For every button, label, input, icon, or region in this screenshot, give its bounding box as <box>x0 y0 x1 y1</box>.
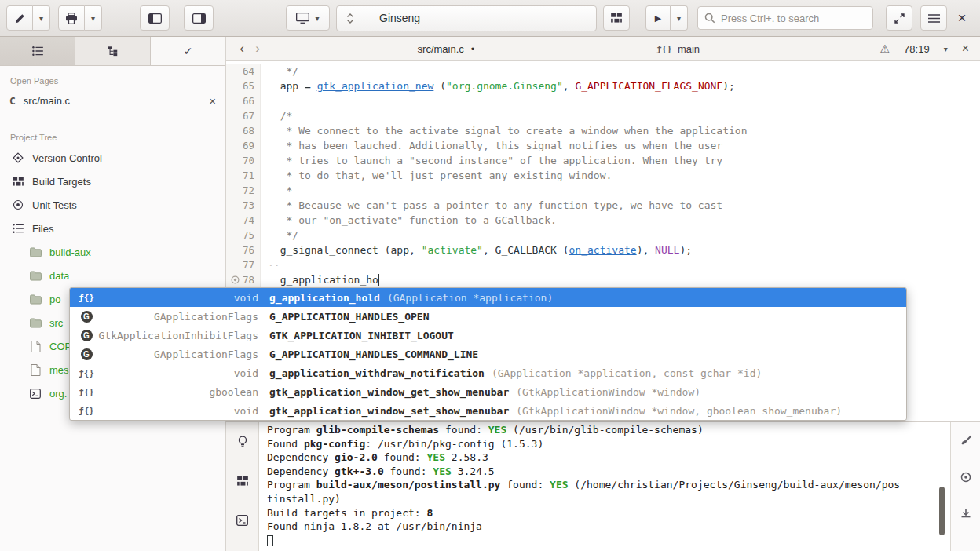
gutter: 72 <box>226 183 261 198</box>
completion-return-type: GApplicationFlags <box>95 311 269 323</box>
fullscreen-button[interactable] <box>886 5 912 31</box>
build-output-terminal[interactable]: Program glib-compile-schemas found: YES … <box>259 422 950 551</box>
gutter: 69 <box>226 138 261 153</box>
back-icon[interactable]: ‹ <box>234 41 250 57</box>
completion-return-type: GtkApplicationInhibitFlags <box>95 330 269 341</box>
line-number: 69 <box>243 138 254 153</box>
close-page-icon[interactable]: × <box>209 94 216 108</box>
output-scrollbar-thumb[interactable] <box>939 487 945 535</box>
print-dropdown[interactable]: ▾ <box>85 5 102 31</box>
completion-item-gtk-application-window-get-show-menubar[interactable]: ƒ{}gbooleangtk_application_window_get_sh… <box>70 382 906 401</box>
target-button[interactable] <box>956 468 975 487</box>
code-line-text: * our "on_activate" function to a GCallb… <box>261 213 557 228</box>
folder-icon <box>28 318 42 328</box>
code-line-78[interactable]: 78 g_application_ho <box>226 272 980 287</box>
tree-item-unit-tests[interactable]: Unit Tests <box>0 193 225 217</box>
tree-item-files[interactable]: Files <box>0 217 225 240</box>
tree-item-build-aux[interactable]: build-aux <box>0 240 225 264</box>
code-line-text: app = gtk_application_new ("org.gnome.Gi… <box>261 78 735 93</box>
tab-open-pages-list[interactable] <box>0 37 75 65</box>
diagnostics-button[interactable] <box>231 430 254 454</box>
panel-icon-strip <box>226 422 259 551</box>
folder-icon <box>28 271 42 281</box>
completion-item-g-application-hold[interactable]: ƒ{}voidg_application_hold(GApplication *… <box>70 288 906 307</box>
code-line-70[interactable]: 70 * tries to launch a "second instance"… <box>226 153 980 168</box>
code-line-text: */ <box>261 64 298 78</box>
run-options-dropdown[interactable]: ▾ <box>671 5 688 31</box>
pencil-icon <box>14 13 26 24</box>
code-line-77[interactable]: 77·· <box>226 257 980 272</box>
code-line-72[interactable]: 72 * <box>226 183 980 198</box>
style-brush-button[interactable] <box>956 432 975 451</box>
folder-icon <box>28 247 42 257</box>
completion-item-g-application-withdraw-notification[interactable]: ƒ{}voidg_application_withdraw_notificati… <box>70 363 906 382</box>
function-icon: ƒ{} <box>79 387 94 397</box>
code-line-67[interactable]: 67 /* <box>226 108 980 123</box>
code-line-73[interactable]: 73 * Because we can't pass a pointer to … <box>226 198 980 213</box>
search-input[interactable] <box>721 13 866 24</box>
code-line-65[interactable]: 65 app = gtk_application_new ("org.gnome… <box>226 78 980 93</box>
folder-icon <box>28 294 42 305</box>
tree-item-build-targets[interactable]: Build Targets <box>0 170 225 193</box>
close-document-icon[interactable]: × <box>962 42 969 56</box>
output-line: Found ninja-1.8.2 at /usr/bin/ninja <box>267 520 942 534</box>
global-search[interactable] <box>697 6 873 30</box>
code-line-text: * We connect to the activate signal to c… <box>261 123 747 138</box>
code-line-76[interactable]: 76 g_signal_connect (app, "activate", G_… <box>226 243 980 257</box>
menu-button[interactable] <box>920 5 947 31</box>
printer-icon <box>65 13 78 24</box>
tab-todo-checks[interactable]: ✓ <box>151 37 225 65</box>
completion-item-gtk-application-inhibit-logout[interactable]: GGtkApplicationInhibitFlagsGTK_APPLICATI… <box>70 326 906 345</box>
completion-item-gtk-application-window-set-show-menubar[interactable]: ƒ{}voidgtk_application_window_set_show_m… <box>70 401 906 420</box>
download-button[interactable] <box>956 504 975 523</box>
completion-item-g-application-handles-command-line[interactable]: GGApplicationFlagsG_APPLICATION_HANDLES_… <box>70 345 906 363</box>
list-icon <box>32 46 43 56</box>
code-line-68[interactable]: 68 * We connect to the activate signal t… <box>226 123 980 138</box>
edit-mode-button[interactable] <box>6 5 33 31</box>
tree-item-data[interactable]: data <box>0 264 225 287</box>
toggle-left-panel-button[interactable] <box>140 5 170 31</box>
utility-toolbar <box>950 422 980 551</box>
function-icon: ƒ{} <box>79 368 94 378</box>
toggle-right-panel-button[interactable] <box>184 5 214 31</box>
run-button[interactable]: ▶ <box>645 5 671 31</box>
line-number: 70 <box>243 153 254 168</box>
line-number: 71 <box>243 168 254 183</box>
build-output-button[interactable] <box>231 469 254 493</box>
edit-mode-dropdown[interactable]: ▾ <box>33 5 50 31</box>
terminal-cursor <box>267 535 273 546</box>
open-page-item[interactable]: C src/main.c × <box>0 89 225 111</box>
omnibar-project-button[interactable]: Ginseng <box>336 5 597 31</box>
completion-params: (GApplication *application, const gchar … <box>492 367 762 379</box>
tree-item-label: Version Control <box>32 152 102 164</box>
enum-icon: G <box>81 330 93 341</box>
tab-options-chevron-icon[interactable]: ▾ <box>944 45 948 53</box>
code-line-text: * Because we can't pass a pointer to any… <box>261 198 722 213</box>
open-page-label: src/main.c <box>24 95 209 107</box>
window-close-button[interactable]: × <box>950 6 974 30</box>
code-line-64[interactable]: 64 */ <box>226 64 980 78</box>
build-targets-icon <box>11 177 25 186</box>
build-status-button[interactable] <box>603 5 630 31</box>
left-panel-icon <box>148 13 162 24</box>
print-button[interactable] <box>58 5 85 31</box>
c-language-icon: C <box>9 95 16 107</box>
warning-icon[interactable]: ⚠ <box>880 42 890 55</box>
code-line-text: * has been lauched. Additionally, this s… <box>261 138 722 153</box>
code-line-75[interactable]: 75 */ <box>226 228 980 243</box>
forward-icon[interactable]: › <box>250 41 265 57</box>
code-line-69[interactable]: 69 * has been lauched. Additionally, thi… <box>226 138 980 153</box>
code-line-74[interactable]: 74 * our "on_activate" function to a GCa… <box>226 213 980 228</box>
code-line-66[interactable]: 66 <box>226 93 980 108</box>
code-line-71[interactable]: 71 * to do that, we'll just present any … <box>226 168 980 183</box>
completion-item-g-application-handles-open[interactable]: GGApplicationFlagsG_APPLICATION_HANDLES_… <box>70 307 906 326</box>
current-symbol-button[interactable]: ƒ{} main <box>656 43 700 55</box>
close-icon: × <box>957 9 966 27</box>
tree-item-version-control[interactable]: Version Control <box>0 146 225 170</box>
line-number: 65 <box>243 78 254 93</box>
device-selector-button[interactable]: ▾ <box>286 5 330 31</box>
code-line-text: g_application_ho <box>261 272 379 287</box>
tab-project-tree[interactable] <box>75 37 151 65</box>
terminal-button[interactable] <box>231 509 254 532</box>
line-number: 72 <box>243 183 254 198</box>
